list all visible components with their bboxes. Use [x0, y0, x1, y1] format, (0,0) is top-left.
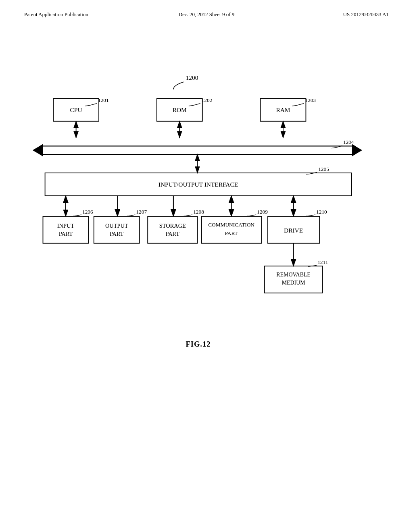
- diagram-svg: 1200 CPU 1201 ROM 1202 RAM 1203: [20, 52, 393, 476]
- ref-1208: 1208: [193, 209, 204, 215]
- bus-arrow-right: [352, 144, 362, 156]
- ref-1209: 1209: [257, 209, 268, 215]
- removable-medium-label-2: MEDIUM: [282, 280, 305, 286]
- ref-1204: 1204: [343, 139, 354, 145]
- page-header: Patent Application Publication Dec. 20, …: [0, 0, 413, 18]
- storage-part-label-1: STORAGE: [159, 222, 186, 229]
- comm-part-label-1: COMMUNICATION: [208, 222, 254, 228]
- output-part-label-2: PART: [110, 231, 124, 237]
- rom-label: ROM: [173, 106, 187, 113]
- drive-label: DRIVE: [284, 227, 303, 234]
- ref-1202: 1202: [202, 97, 213, 103]
- comm-part-label-2: PART: [225, 230, 238, 236]
- ref-1206: 1206: [82, 209, 93, 215]
- removable-medium-label-1: REMOVABLE: [276, 272, 310, 278]
- io-interface-label: INPUT/OUTPUT INTERFACE: [159, 181, 238, 188]
- ref-1203: 1203: [305, 97, 316, 103]
- storage-part-box: [148, 216, 197, 243]
- ref-1207: 1207: [136, 209, 147, 215]
- cpu-label: CPU: [70, 106, 82, 113]
- input-part-label-1: INPUT: [57, 222, 75, 229]
- header-right: US 2012/0320433 A1: [267, 11, 389, 18]
- ram-label: RAM: [276, 106, 290, 113]
- ref-1201: 1201: [98, 97, 109, 103]
- header-left: Patent Application Publication: [24, 11, 146, 18]
- ref-1205: 1205: [318, 166, 329, 172]
- ref-1210: 1210: [316, 209, 327, 215]
- output-part-label-1: OUTPUT: [105, 222, 128, 229]
- ref-1200: 1200: [186, 74, 198, 81]
- fig-caption: FIG.12: [186, 340, 211, 348]
- page: Patent Application Publication Dec. 20, …: [0, 0, 413, 532]
- header-center: Dec. 20, 2012 Sheet 9 of 9: [146, 11, 267, 18]
- output-part-box: [94, 216, 140, 243]
- input-part-box: [43, 216, 88, 243]
- ref-1211: 1211: [317, 259, 328, 265]
- bus-arrow-left: [33, 144, 43, 156]
- input-part-label-2: PART: [59, 231, 73, 237]
- storage-part-label-2: PART: [166, 231, 180, 237]
